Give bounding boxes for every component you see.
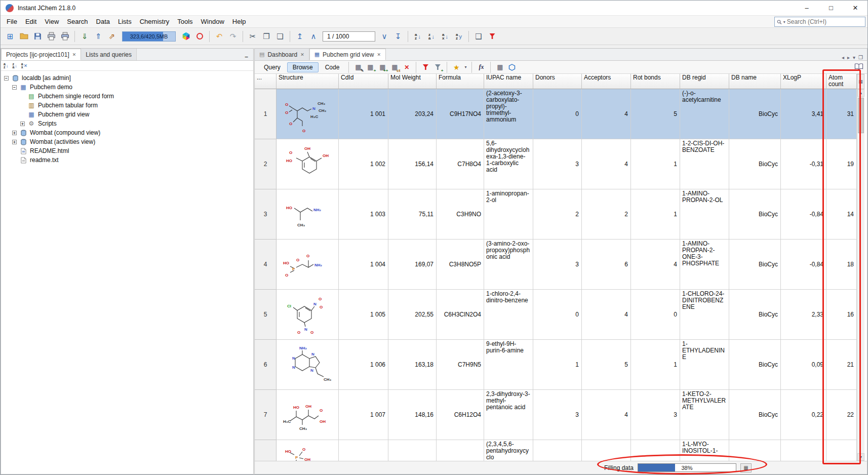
cell-db-name[interactable]: BioCyc xyxy=(729,240,781,290)
menu-edit[interactable]: Edit xyxy=(21,18,41,25)
cell-atom-count[interactable]: 16 xyxy=(826,290,857,340)
cell-formula[interactable]: C3H9NO xyxy=(437,189,484,240)
menu-file[interactable]: File xyxy=(3,18,21,25)
process-details-button[interactable]: ▦ xyxy=(740,463,752,472)
cell-db-regid[interactable]: 1-AMINO-PROPAN-2-OL xyxy=(680,189,729,240)
scroll-up-icon[interactable]: ▲ xyxy=(857,89,864,97)
cell-xlogp[interactable]: 2,33 xyxy=(781,290,826,340)
favorites-button[interactable]: ★ xyxy=(451,62,462,72)
import-button[interactable]: ⇓ xyxy=(78,30,91,43)
expand-icon[interactable]: + xyxy=(20,122,25,126)
row-number[interactable]: 2 xyxy=(255,139,277,189)
tab-list-icon[interactable]: ▾ xyxy=(853,55,855,60)
cell-db-name[interactable]: BioCyc xyxy=(729,89,781,139)
cell-iupac-name[interactable]: 2,3-dihydroxy-3-methyl-pentanoic acid xyxy=(484,390,533,440)
scroll-down-icon[interactable]: ▼ xyxy=(857,453,864,461)
row-number[interactable]: 1 xyxy=(255,89,277,139)
layout-grid-button[interactable]: ▦ xyxy=(494,62,505,72)
close-button[interactable]: ✕ xyxy=(843,1,867,16)
cell-atom-count[interactable]: 18 xyxy=(826,240,857,290)
table-row[interactable]: 7 H₃C HOOH OOH CH₃ 1 007 148,16 C6H12O4 … xyxy=(255,390,867,440)
cell-structure[interactable]: HOP OOH O xyxy=(277,440,339,461)
cell-donors[interactable]: 1 xyxy=(533,340,582,390)
quick-search-box[interactable]: ▾ xyxy=(774,17,865,27)
column-header-xlogp[interactable]: XLogP xyxy=(781,74,826,89)
sort-multi-button[interactable]: azy xyxy=(452,30,465,43)
cell-db-name[interactable] xyxy=(729,440,781,461)
cell-acceptors[interactable]: 4 xyxy=(582,390,631,440)
menu-help[interactable]: Help xyxy=(228,18,250,25)
cell-acceptors[interactable]: 6 xyxy=(582,240,631,290)
menu-tools[interactable]: Tools xyxy=(173,18,196,25)
previous-record-button[interactable]: ∧ xyxy=(307,30,320,43)
tree-item-grid-view[interactable]: ▦ Pubchem grid view xyxy=(1,110,253,119)
column-header-rot-bonds[interactable]: Rot bonds xyxy=(631,74,680,89)
cell-formula[interactable]: C7H8O4 xyxy=(437,139,484,189)
mode-code[interactable]: Code xyxy=(320,62,345,72)
cell-atom-count[interactable]: 22 xyxy=(826,390,857,440)
column-header-acceptors[interactable]: Acceptors xyxy=(582,74,631,89)
table-row[interactable]: 2 OHO OHOH 1 002 156,14 C7H8O4 5,6-dihyd… xyxy=(255,139,867,189)
last-record-button[interactable]: ↧ xyxy=(391,30,405,43)
tree-item-wombat-activities[interactable]: + Wombat (activities view) xyxy=(1,137,253,146)
cell-cdid[interactable]: 1 003 xyxy=(339,189,388,240)
menu-data[interactable]: Data xyxy=(92,18,114,25)
cell-db-regid[interactable]: 1-KETO-2-METHYLVALERATE xyxy=(680,390,729,440)
cell-acceptors[interactable]: 4 xyxy=(582,139,631,189)
cell-mol-weight[interactable]: 163,18 xyxy=(388,340,437,390)
natural-sort-button[interactable]: ax✕ xyxy=(21,63,27,69)
cell-rot-bonds[interactable]: 3 xyxy=(631,390,680,440)
cell-rot-bonds[interactable]: 1 xyxy=(631,139,680,189)
cell-structure[interactable]: NH₂ NN NN CH₃ xyxy=(277,340,339,390)
cell-db-name[interactable]: BioCyc xyxy=(729,189,781,240)
cell-acceptors[interactable]: 4 xyxy=(582,89,631,139)
sort-by-name-button[interactable]: az↓ xyxy=(4,63,8,69)
cell-rot-bonds[interactable]: 1 xyxy=(631,189,680,240)
delete-row-button[interactable]: ✕ xyxy=(401,62,412,72)
cell-formula[interactable]: C6H3ClN2O4 xyxy=(437,290,484,340)
cell-db-regid[interactable]: (-)-o-acetylcarnitine xyxy=(680,89,729,139)
cell-atom-count[interactable]: 31 xyxy=(826,89,857,139)
cell-cdid[interactable]: 1 007 xyxy=(339,390,388,440)
cell-mol-weight[interactable]: 169,07 xyxy=(388,240,437,290)
cell-db-name[interactable]: BioCyc xyxy=(729,390,781,440)
cell-iupac-name[interactable]: (2-acetoxy-3-carboxylato-propyl)-trimeth… xyxy=(484,89,533,139)
cell-donors[interactable]: 3 xyxy=(533,240,582,290)
cell-xlogp[interactable]: 0,09 xyxy=(781,340,826,390)
column-header-rownum[interactable]: ... xyxy=(255,74,277,89)
cell-atom-count[interactable] xyxy=(826,440,857,461)
collapse-icon[interactable]: − xyxy=(4,76,9,81)
cell-formula[interactable]: C6H12O4 xyxy=(437,390,484,440)
menu-view[interactable]: View xyxy=(41,18,63,25)
table-row[interactable]: 1 OO NCH₃ CH₃H₃C OO 1 001 203,24 C9H17NO… xyxy=(255,89,867,139)
cell-acceptors[interactable]: 5 xyxy=(582,340,631,390)
table-row[interactable]: 4 PHO OO ONH₂ 1 004 169,07 C3H8NO5P (3-a… xyxy=(255,240,867,290)
minimize-panel-button[interactable]: – xyxy=(240,53,253,60)
cell-structure[interactable]: PHO OO ONH₂ xyxy=(277,240,339,290)
cell-db-name[interactable]: BioCyc xyxy=(729,290,781,340)
cell-xlogp[interactable]: 0,22 xyxy=(781,390,826,440)
cell-xlogp[interactable]: 3,41 xyxy=(781,89,826,139)
cell-rot-bonds[interactable]: 5 xyxy=(631,89,680,139)
cell-xlogp[interactable]: -0,31 xyxy=(781,139,826,189)
memory-indicator[interactable]: 323,6/420,5MB xyxy=(122,31,176,42)
share-button[interactable]: ⇗ xyxy=(105,30,119,43)
paste-button[interactable]: ❏ xyxy=(273,30,287,43)
cell-structure[interactable]: Cl NOO NOO xyxy=(277,290,339,340)
cell-cdid[interactable] xyxy=(339,440,388,461)
copy-button[interactable]: ❐ xyxy=(260,30,273,43)
cell-atom-count[interactable]: 21 xyxy=(826,340,857,390)
maximize-view-icon[interactable]: ❐ xyxy=(858,55,863,60)
cell-atom-count[interactable]: 14 xyxy=(826,189,857,240)
cell-formula[interactable]: C9H17NO4 xyxy=(437,89,484,139)
cell-db-name[interactable]: BioCyc xyxy=(729,340,781,390)
cell-db-regid[interactable]: 1-L-MYO-INOSITOL-1- xyxy=(680,440,729,461)
cell-rot-bonds[interactable]: 1 xyxy=(631,340,680,390)
row-number[interactable] xyxy=(255,440,277,461)
cell-structure[interactable]: OO NCH₃ CH₃H₃C OO xyxy=(277,89,339,139)
cell-cdid[interactable]: 1 006 xyxy=(339,340,388,390)
tab-close-icon[interactable]: ✕ xyxy=(377,52,381,57)
cell-cdid[interactable]: 1 005 xyxy=(339,290,388,340)
cell-xlogp[interactable]: -0,84 xyxy=(781,189,826,240)
cell-acceptors[interactable]: 4 xyxy=(582,290,631,340)
